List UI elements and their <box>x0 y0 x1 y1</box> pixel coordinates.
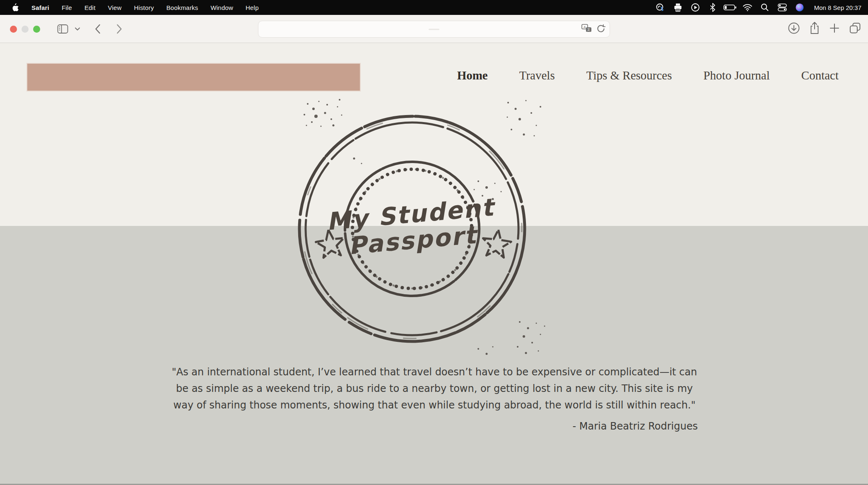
forward-button[interactable] <box>116 15 123 43</box>
menubar-item-view[interactable]: View <box>102 4 128 11</box>
share-button[interactable] <box>809 22 820 36</box>
site-logo-banner <box>27 63 361 91</box>
menubar-item-edit[interactable]: Edit <box>78 4 102 11</box>
zoom-window-button[interactable] <box>33 26 40 33</box>
menubar-item-file[interactable]: File <box>55 4 78 11</box>
wifi-icon[interactable] <box>740 2 755 12</box>
play-circle-icon[interactable] <box>688 2 702 12</box>
translate-icon[interactable]: A 文 <box>581 24 592 35</box>
nav-link-travels[interactable]: Travels <box>519 69 555 82</box>
stamp-star-right <box>481 228 513 258</box>
nav-link-photo-journal[interactable]: Photo Journal <box>703 69 769 82</box>
minimize-window-button[interactable] <box>22 26 29 33</box>
menubar-status-area: Mon 8 Sep 20:37 <box>653 2 861 12</box>
screen: Safari File Edit View History Bookmarks … <box>0 0 868 485</box>
close-window-button[interactable] <box>10 26 17 33</box>
downloads-button[interactable] <box>788 22 800 36</box>
sidebar-toggle-button[interactable] <box>57 15 68 43</box>
svg-text:文: 文 <box>587 28 591 31</box>
tab-overview-button[interactable] <box>849 22 861 36</box>
menubar-item-window[interactable]: Window <box>204 4 239 11</box>
nav-link-contact[interactable]: Contact <box>801 69 839 82</box>
menubar-item-safari[interactable]: Safari <box>25 4 55 11</box>
menubar-item-history[interactable]: History <box>128 4 160 11</box>
bluetooth-icon[interactable] <box>706 2 720 12</box>
battery-low-icon[interactable] <box>723 2 737 12</box>
sidebar-chevron-down-icon[interactable] <box>75 15 80 43</box>
new-tab-button[interactable] <box>829 23 840 35</box>
menubar-clock[interactable]: Mon 8 Sep 20:37 <box>814 4 861 11</box>
nav-link-tips-resources[interactable]: Tips & Resources <box>586 69 672 82</box>
menubar-item-bookmarks[interactable]: Bookmarks <box>160 4 205 11</box>
back-button[interactable] <box>94 15 101 43</box>
apple-menu[interactable] <box>7 3 25 12</box>
creative-cloud-sync-icon[interactable] <box>653 2 668 12</box>
address-bar-icons: A 文 <box>581 21 605 37</box>
safari-toolbar: A 文 <box>0 15 868 43</box>
webpage: Home Travels Tips & Resources Photo Jour… <box>0 43 868 485</box>
control-center-icon[interactable] <box>775 2 789 12</box>
passport-stamp-graphic: My Student Passport <box>255 96 569 361</box>
svg-text:A: A <box>583 25 586 29</box>
menubar-left: Safari File Edit View History Bookmarks … <box>7 3 265 12</box>
address-bar[interactable]: A 文 <box>258 21 610 38</box>
siri-icon[interactable] <box>793 2 807 12</box>
macos-menubar: Safari File Edit View History Bookmarks … <box>0 0 868 15</box>
quote-attribution: - Maria Beatriz Rodrigues <box>171 420 698 432</box>
apple-icon <box>12 3 19 12</box>
nav-link-home[interactable]: Home <box>457 69 488 82</box>
address-bar-hint <box>429 29 439 30</box>
menubar-item-help[interactable]: Help <box>239 4 265 11</box>
intro-quote: "As an international student, I’ve learn… <box>171 364 698 413</box>
window-controls <box>10 15 40 43</box>
toolbar-right-actions <box>788 15 861 43</box>
spotlight-search-icon[interactable] <box>758 2 772 12</box>
printer-icon[interactable] <box>671 2 685 12</box>
site-navigation: Home Travels Tips & Resources Photo Jour… <box>457 69 839 82</box>
reload-icon[interactable] <box>596 24 605 35</box>
